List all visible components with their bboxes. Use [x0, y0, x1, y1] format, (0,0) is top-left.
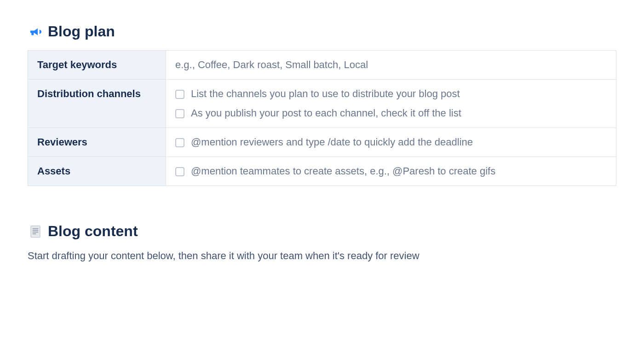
checkbox[interactable]	[175, 138, 184, 147]
list-item: As you publish your post to each channel…	[175, 107, 607, 119]
checkbox[interactable]	[175, 167, 184, 176]
checkbox[interactable]	[175, 109, 184, 118]
row-distribution-channels: Distribution channels List the channels …	[28, 80, 616, 128]
row-reviewers: Reviewers @mention reviewers and type /d…	[28, 128, 616, 157]
list-item: List the channels you plan to use to dis…	[175, 88, 607, 100]
checklist-assets: @mention teammates to create assets, e.g…	[175, 165, 607, 177]
label-target-keywords: Target keywords	[28, 51, 166, 80]
blog-plan-section: Blog plan Target keywords e.g., Coffee, …	[28, 23, 616, 186]
page-icon	[28, 224, 43, 239]
cell-target-keywords[interactable]: e.g., Coffee, Dark roast, Small batch, L…	[166, 51, 616, 80]
checklist-text: As you publish your post to each channel…	[191, 107, 461, 119]
row-target-keywords: Target keywords e.g., Coffee, Dark roast…	[28, 51, 616, 80]
blog-plan-table: Target keywords e.g., Coffee, Dark roast…	[28, 50, 616, 186]
blog-content-title: Blog content	[48, 223, 138, 240]
label-assets: Assets	[28, 157, 166, 186]
blog-content-heading: Blog content	[28, 223, 616, 240]
blog-plan-heading: Blog plan	[28, 23, 616, 40]
checklist-text: List the channels you plan to use to dis…	[191, 88, 460, 100]
checkbox[interactable]	[175, 90, 184, 99]
checklist-text: @mention teammates to create assets, e.g…	[191, 165, 495, 177]
cell-reviewers[interactable]: @mention reviewers and type /date to qui…	[166, 128, 616, 157]
row-assets: Assets @mention teammates to create asse…	[28, 157, 616, 186]
blog-content-description: Start drafting your content below, then …	[28, 250, 616, 262]
list-item: @mention reviewers and type /date to qui…	[175, 136, 607, 148]
checklist-distribution-channels: List the channels you plan to use to dis…	[175, 88, 607, 119]
blog-plan-title: Blog plan	[48, 23, 115, 40]
checklist-text: @mention reviewers and type /date to qui…	[191, 136, 473, 148]
megaphone-icon	[28, 24, 43, 40]
label-distribution-channels: Distribution channels	[28, 80, 166, 128]
svg-rect-0	[31, 226, 40, 237]
label-reviewers: Reviewers	[28, 128, 166, 157]
list-item: @mention teammates to create assets, e.g…	[175, 165, 607, 177]
placeholder-target-keywords: e.g., Coffee, Dark roast, Small batch, L…	[175, 59, 368, 70]
cell-distribution-channels[interactable]: List the channels you plan to use to dis…	[166, 80, 616, 128]
cell-assets[interactable]: @mention teammates to create assets, e.g…	[166, 157, 616, 186]
checklist-reviewers: @mention reviewers and type /date to qui…	[175, 136, 607, 148]
blog-content-section: Blog content Start drafting your content…	[28, 223, 616, 262]
